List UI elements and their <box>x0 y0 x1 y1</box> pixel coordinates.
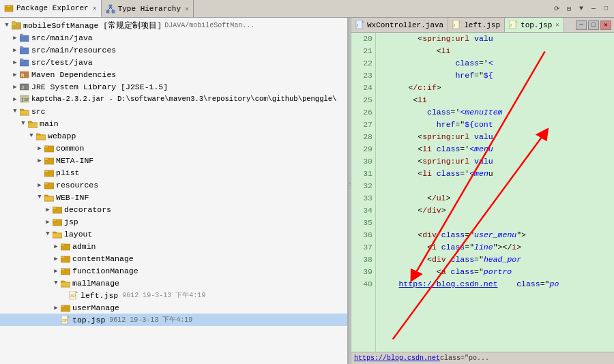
tree-item-decorators[interactable]: ▶ decorators <box>0 203 347 215</box>
maven-deps-icon: M <box>19 70 30 79</box>
expand-resources[interactable]: ▶ <box>35 181 44 189</box>
code-line-22: class='< <box>380 57 614 70</box>
expand-layout[interactable]: ▼ <box>44 230 52 237</box>
svg-rect-40 <box>61 256 65 258</box>
expand-user-manage[interactable]: ▶ <box>52 304 60 312</box>
expand-meta-inf[interactable]: ▶ <box>35 157 44 164</box>
expand-decorators[interactable]: ▶ <box>44 206 52 213</box>
tree-container[interactable]: ▼ mobileSoftManage [常规定制项目] DJAVA/mobile… <box>0 18 347 364</box>
tab-type-hierarchy-close[interactable]: ✕ <box>185 5 189 13</box>
tab-wx-controller[interactable]: J WxController.java <box>351 18 448 32</box>
package-icon <box>4 3 14 13</box>
expand-main[interactable]: ▼ <box>19 120 27 127</box>
tree-item-src[interactable]: ▼ src <box>0 105 347 117</box>
expand-mall-manage[interactable]: ▼ <box>52 279 60 286</box>
expand-content-manage[interactable]: ▶ <box>52 255 60 262</box>
code-line-25: <li <box>380 94 614 106</box>
svg-rect-15 <box>20 46 23 48</box>
code-line-26: class='<menuItem <box>380 106 614 119</box>
svg-rect-28 <box>44 158 48 160</box>
expand-common[interactable]: ▶ <box>35 145 44 152</box>
expand-kaptcha[interactable]: ▶ <box>11 95 19 103</box>
code-line-35 <box>380 217 614 229</box>
tree-root[interactable]: ▼ mobileSoftManage [常规定制项目] DJAVA/mobile… <box>0 19 347 31</box>
tree-item-meta-inf[interactable]: ▶ META-INF <box>0 154 347 166</box>
tree-item-jsp[interactable]: ▶ jsp <box>0 215 347 228</box>
svg-text:M: M <box>21 73 24 78</box>
expand-src[interactable]: ▼ <box>11 108 19 115</box>
line-num-38: 38 <box>351 254 375 266</box>
tree-item-left-jsp[interactable]: ▶ JSP left.jsp 9612 19-3-13 下午4:19 <box>0 289 347 301</box>
tab-package-explorer-close[interactable]: ✕ <box>93 4 97 12</box>
tree-item-plist[interactable]: ▶ plist <box>0 166 347 179</box>
expand-web-inf[interactable]: ▼ <box>35 194 44 200</box>
sync-btn[interactable]: ⟳ <box>551 3 562 14</box>
tree-item-mall-manage[interactable]: ▼ mallManage <box>0 277 347 289</box>
tree-item-label: jsp <box>64 217 78 226</box>
tree-item-admin[interactable]: ▶ admin <box>0 240 347 252</box>
tree-item-label: resources <box>56 181 98 189</box>
minimize-panel-btn[interactable]: — <box>588 3 599 14</box>
folder-icon-10 <box>60 303 71 312</box>
expand-src-test-java[interactable]: ▶ <box>11 59 19 66</box>
tree-item-user-manage[interactable]: ▶ userManage <box>0 301 347 314</box>
tree-item-kaptcha-jar[interactable]: ▶ jar kaptcha-2.3.2.jar - D:\software\ma… <box>0 93 347 105</box>
expand-admin[interactable]: ▶ <box>52 243 60 250</box>
expand-maven-deps[interactable]: ▶ <box>11 71 19 78</box>
tree-item-src-main-resources[interactable]: ▶ src/main/resources <box>0 44 347 56</box>
tree-item-label: src/main/java <box>31 33 93 42</box>
tree-item-jre[interactable]: ▶ J JRE System Library [J2SE-1.5] <box>0 80 347 93</box>
tree-item-layout[interactable]: ▼ layout <box>0 228 347 240</box>
svg-marker-60 <box>516 20 518 22</box>
tab-type-hierarchy[interactable]: Type Hierarchy ✕ <box>102 0 194 17</box>
tree-item-label: decorators <box>64 205 111 214</box>
expand-webapp[interactable]: ▼ <box>27 132 35 139</box>
svg-text:J: J <box>21 85 24 91</box>
expand-function-manage[interactable]: ▶ <box>52 267 60 275</box>
tree-item-top-jsp[interactable]: ▶ JSP top.jsp 9612 19-3-13 下午4:19 <box>0 314 347 326</box>
view-menu-btn[interactable]: ▼ <box>576 3 587 14</box>
tab-top-jsp[interactable]: J top.jsp ✕ <box>505 18 564 32</box>
code-line-24: </c:if> <box>380 82 614 94</box>
tree-item-common[interactable]: ▶ common <box>0 142 347 154</box>
tree-item-src-main-java[interactable]: ▶ src/main/java <box>0 31 347 44</box>
tree-item-webapp[interactable]: ▼ webapp <box>0 130 347 142</box>
tab-top-jsp-close[interactable]: ✕ <box>555 21 559 29</box>
tree-item-resources[interactable]: ▶ resources <box>0 179 347 191</box>
line-num-21: 21 <box>351 45 375 57</box>
maximize-panel-btn[interactable]: □ <box>600 3 611 14</box>
tree-item-main[interactable]: ▼ main <box>0 117 347 130</box>
expand-src-main-java[interactable]: ▶ <box>11 34 19 42</box>
tree-item-label: layout <box>64 230 92 239</box>
tree-item-content-manage[interactable]: ▶ contentManage <box>0 252 347 264</box>
svg-rect-30 <box>44 170 48 172</box>
tree-item-web-inf[interactable]: ▼ WEB-INF <box>0 191 347 203</box>
left-panel: ▼ mobileSoftManage [常规定制项目] DJAVA/mobile… <box>0 18 348 364</box>
expand-jre[interactable]: ▶ <box>11 83 19 91</box>
tree-item-maven-deps[interactable]: ▶ M Maven Dependencies <box>0 68 347 80</box>
code-content[interactable]: <spring:url valu <li class='< href="${ <… <box>376 33 614 352</box>
expand-root[interactable]: ▼ <box>3 22 11 29</box>
line-num-36: 36 <box>351 229 375 241</box>
tree-item-src-test-java[interactable]: ▶ src/test/java <box>0 56 347 68</box>
editor-maximize-btn[interactable]: □ <box>588 20 599 30</box>
status-link[interactable]: https://blog.csdn.net <box>354 354 440 362</box>
line-num-34: 34 <box>351 204 375 217</box>
editor-close-btn[interactable]: ✕ <box>600 20 611 30</box>
tab-package-explorer[interactable]: Package Explorer ✕ <box>0 0 102 17</box>
code-editor[interactable]: 20 21 22 23 24 25 26 27 28 29 30 31 32 3… <box>351 33 614 352</box>
java-file-icon: J <box>355 20 365 29</box>
line-num-35: 35 <box>351 217 375 229</box>
expand-jsp[interactable]: ▶ <box>44 218 52 226</box>
collapse-btn[interactable]: ⊟ <box>564 3 574 14</box>
tree-item-function-manage[interactable]: ▶ functionManage <box>0 264 347 277</box>
code-line-27: href="${cont <box>380 119 614 131</box>
code-line-40: https://blog.csdn.net class="po <box>380 278 614 290</box>
svg-rect-1 <box>7 5 11 7</box>
expand-src-main-resources[interactable]: ▶ <box>11 46 19 54</box>
svg-rect-26 <box>44 146 48 148</box>
svg-rect-2 <box>109 5 112 7</box>
tree-item-meta: 9612 19-3-13 下午4:19 <box>122 290 205 300</box>
tab-left-jsp[interactable]: J left.jsp <box>448 18 505 32</box>
editor-minimize-btn[interactable]: — <box>576 20 587 30</box>
